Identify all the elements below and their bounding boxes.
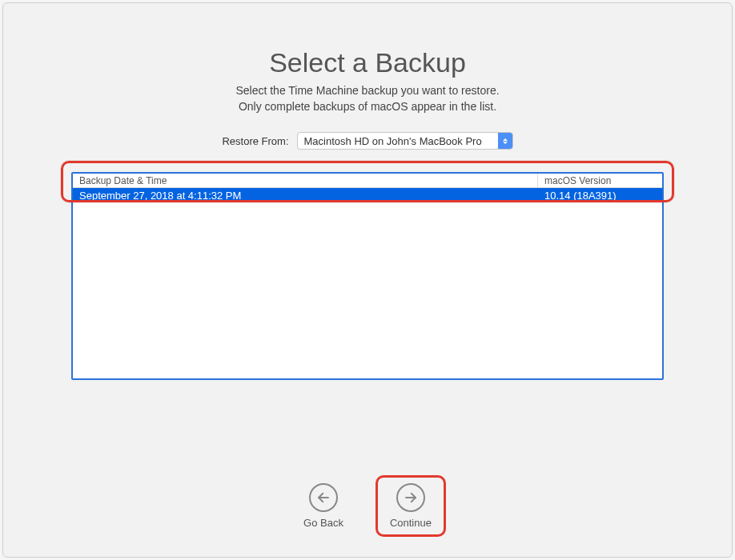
arrow-right-icon	[396, 483, 425, 512]
continue-label: Continue	[390, 517, 432, 529]
chevron-updown-icon	[498, 133, 512, 149]
subtitle-line-1: Select the Time Machine backup you want …	[235, 84, 499, 97]
column-header-version[interactable]: macOS Version	[538, 174, 662, 187]
arrow-left-icon	[309, 483, 338, 512]
cell-macos-version: 10.14 (18A391)	[538, 189, 662, 202]
page-subtitle: Select the Time Machine backup you want …	[3, 83, 732, 114]
footer-buttons: Go Back Continue	[3, 483, 732, 529]
restore-from-label: Restore From:	[222, 135, 288, 147]
cell-backup-date: September 27, 2018 at 4:11:32 PM	[73, 189, 538, 202]
go-back-label: Go Back	[303, 517, 343, 529]
column-header-date[interactable]: Backup Date & Time	[73, 174, 538, 187]
go-back-button[interactable]: Go Back	[303, 483, 343, 529]
table-row[interactable]: September 27, 2018 at 4:11:32 PM 10.14 (…	[73, 188, 662, 202]
dialog-window: Select a Backup Select the Time Machine …	[2, 2, 733, 558]
table-header: Backup Date & Time macOS Version	[73, 174, 662, 188]
subtitle-line-2: Only complete backups of macOS appear in…	[239, 100, 496, 113]
restore-from-dropdown[interactable]: Macintosh HD on John's MacBook Pro	[297, 132, 513, 150]
backup-list: Backup Date & Time macOS Version Septemb…	[71, 172, 664, 380]
restore-from-row: Restore From: Macintosh HD on John's Mac…	[3, 132, 732, 150]
page-title: Select a Backup	[3, 47, 732, 78]
continue-button[interactable]: Continue	[390, 483, 432, 529]
dropdown-selected-value: Macintosh HD on John's MacBook Pro	[304, 135, 482, 147]
